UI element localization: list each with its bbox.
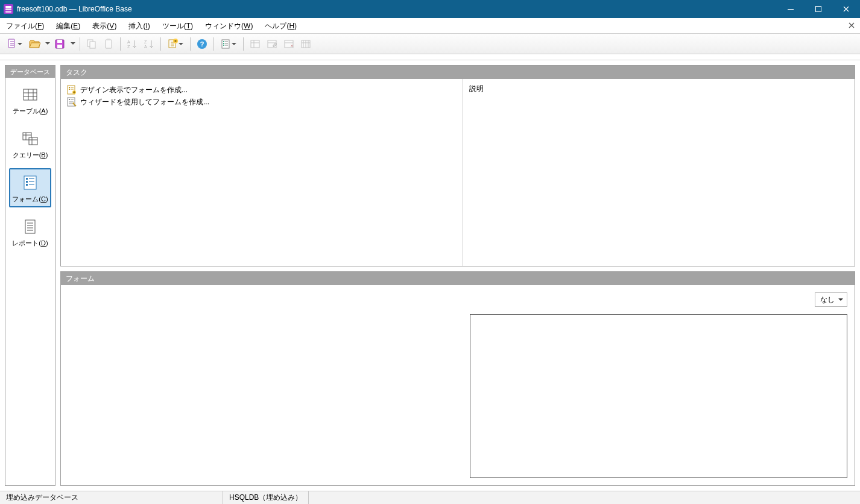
sidebar-item-reports[interactable]: レポート(D)	[9, 212, 51, 251]
svg-rect-22	[222, 40, 229, 48]
sidebar-item-forms[interactable]: フォーム(C)	[9, 168, 51, 207]
open-dropdown-button[interactable]	[43, 36, 51, 52]
close-document-icon[interactable]	[847, 20, 856, 30]
svg-rect-40	[69, 89, 70, 90]
task-create-form-design[interactable]: デザイン表示でフォームを作成...	[67, 84, 457, 96]
forms-panel-header: フォーム	[61, 272, 855, 285]
svg-text:?: ?	[200, 40, 204, 48]
svg-rect-25	[223, 45, 224, 46]
edit-object-button[interactable]	[264, 36, 280, 52]
toolbar-separator	[160, 37, 161, 51]
task-label: デザイン表示でフォームを作成...	[80, 84, 188, 96]
main-area: タスク デザイン表示でフォームを作成... ウィザードを使用してフォームを作成.…	[60, 65, 855, 486]
sidebar: データベース テーブル(A) クエリー(B) フォーム(C) レポート(D)	[5, 65, 55, 486]
delete-object-button[interactable]	[281, 36, 297, 52]
save-dropdown-button[interactable]	[69, 36, 76, 52]
svg-rect-32	[29, 137, 37, 145]
svg-rect-36	[26, 184, 28, 186]
open-object-button[interactable]	[247, 36, 263, 52]
sidebar-item-queries[interactable]: クエリー(B)	[9, 124, 51, 163]
description-label: 説明	[469, 84, 849, 94]
minimize-button[interactable]	[777, 0, 805, 18]
svg-rect-26	[251, 40, 259, 48]
status-db: HSQLDB（埋め込み）	[223, 491, 309, 504]
svg-text:A: A	[144, 45, 147, 49]
menu-tools[interactable]: ツール(T)	[156, 18, 199, 34]
sidebar-item-tables[interactable]: テーブル(A)	[9, 80, 51, 119]
tasks-list: デザイン表示でフォームを作成... ウィザードを使用してフォームを作成...	[61, 79, 463, 266]
sidebar-item-label: テーブル(A)	[13, 107, 48, 116]
table-icon	[22, 86, 39, 105]
window-title: freesoft100.odb — LibreOffice Base	[17, 5, 777, 13]
menu-file[interactable]: ファイル(F)	[0, 18, 50, 34]
sort-desc-button[interactable]: ZA	[141, 36, 157, 52]
new-document-button[interactable]	[4, 36, 25, 52]
toolbar-separator	[190, 37, 191, 51]
menu-help[interactable]: ヘルプ(H)	[259, 18, 303, 34]
sort-asc-button[interactable]: AZ	[124, 36, 140, 52]
svg-rect-12	[106, 40, 112, 48]
sidebar-item-label: クエリー(B)	[13, 151, 48, 160]
form-button[interactable]	[218, 36, 239, 52]
svg-rect-9	[57, 45, 62, 48]
copy-button[interactable]	[84, 36, 100, 52]
status-left: 埋め込みデータベース	[0, 491, 223, 504]
svg-rect-8	[57, 40, 62, 43]
svg-rect-5	[816, 7, 821, 12]
save-button[interactable]	[52, 36, 68, 52]
statusbar: 埋め込みデータベース HSQLDB（埋め込み）	[0, 491, 860, 504]
preview-box	[470, 314, 847, 478]
app-icon	[4, 4, 13, 14]
svg-rect-2	[5, 8, 11, 10]
maximize-button[interactable]	[805, 0, 832, 18]
svg-text:Z: Z	[127, 45, 130, 49]
new-form-button[interactable]	[165, 36, 186, 52]
svg-rect-30	[24, 89, 37, 100]
svg-text:A: A	[127, 40, 130, 44]
svg-rect-39	[69, 87, 70, 88]
toolbar-separator	[80, 37, 80, 51]
svg-rect-13	[107, 39, 110, 40]
workspace: データベース テーブル(A) クエリー(B) フォーム(C) レポート(D) タ…	[0, 60, 860, 491]
design-form-icon	[67, 85, 77, 95]
toolbar-separator-bar	[0, 54, 860, 60]
preview-view-select[interactable]: なし	[815, 292, 847, 307]
menu-window[interactable]: ウィンドウ(W)	[199, 18, 259, 34]
report-icon	[22, 218, 39, 237]
svg-rect-28	[285, 40, 293, 48]
menu-edit[interactable]: 編集(E)	[50, 18, 86, 34]
toolbar: AZ ZA ?	[0, 34, 860, 54]
sidebar-item-label: レポート(D)	[12, 239, 48, 248]
form-icon	[22, 174, 39, 193]
forms-panel: フォーム なし	[60, 271, 855, 486]
toolbar-separator	[120, 37, 121, 51]
help-button[interactable]: ?	[194, 36, 210, 52]
wizard-form-icon	[67, 97, 77, 107]
rename-object-button[interactable]	[298, 36, 314, 52]
svg-rect-3	[5, 11, 11, 13]
forms-preview-pane: なし	[463, 285, 855, 485]
svg-rect-24	[223, 43, 224, 44]
svg-rect-43	[69, 99, 70, 100]
sidebar-header: データベース	[5, 66, 55, 78]
sidebar-item-label: フォーム(C)	[12, 195, 48, 204]
open-button[interactable]	[27, 36, 42, 52]
paste-button[interactable]	[101, 36, 116, 52]
close-button[interactable]	[832, 0, 860, 18]
task-create-form-wizard[interactable]: ウィザードを使用してフォームを作成...	[67, 96, 457, 108]
toolbar-separator	[243, 37, 244, 51]
tasks-panel: タスク デザイン表示でフォームを作成... ウィザードを使用してフォームを作成.…	[60, 65, 855, 266]
window-controls	[777, 0, 860, 18]
titlebar: freesoft100.odb — LibreOffice Base	[0, 0, 860, 18]
svg-rect-37	[25, 220, 35, 233]
menu-insert[interactable]: 挿入(I)	[122, 18, 156, 34]
query-icon	[22, 130, 39, 149]
menu-view[interactable]: 表示(V)	[86, 18, 122, 34]
menubar: ファイル(F) 編集(E) 表示(V) 挿入(I) ツール(T) ウィンドウ(W…	[0, 18, 860, 34]
svg-rect-11	[90, 42, 95, 48]
tasks-panel-header: タスク	[61, 66, 855, 79]
task-description-panel: 説明	[463, 79, 855, 266]
task-label: ウィザードを使用してフォームを作成...	[80, 96, 209, 108]
forms-list[interactable]	[61, 285, 463, 485]
svg-rect-35	[26, 181, 28, 183]
